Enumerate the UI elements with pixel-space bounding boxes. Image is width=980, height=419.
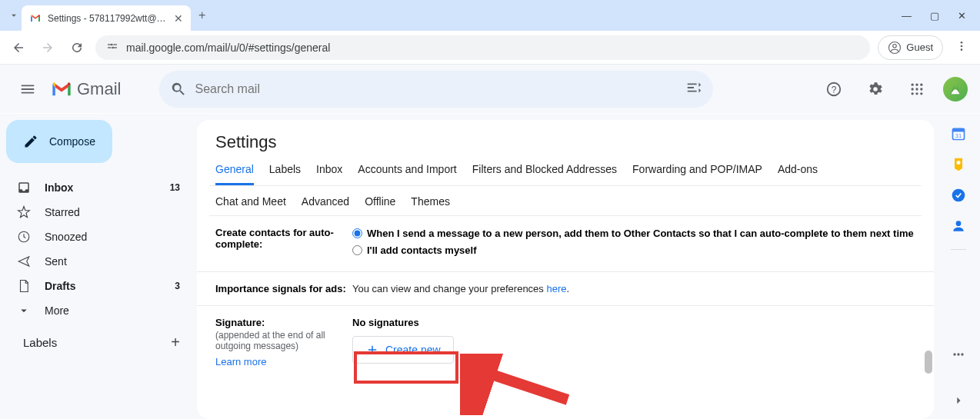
- svg-point-19: [912, 92, 914, 95]
- gmail-logo[interactable]: Gmail: [51, 79, 121, 99]
- draft-icon: [17, 279, 31, 293]
- url-bar[interactable]: mail.google.com/mail/u/0/#settings/gener…: [95, 35, 870, 60]
- search-options-button[interactable]: [685, 79, 702, 99]
- svg-point-26: [957, 161, 961, 165]
- browser-tab[interactable]: Settings - 578117992wtt@gm ✕: [22, 5, 191, 31]
- sidebar-item-label: Sent: [45, 255, 67, 268]
- tab-inbox[interactable]: Inbox: [316, 163, 342, 185]
- guest-profile-chip[interactable]: Guest: [878, 35, 943, 60]
- tab-forwarding[interactable]: Forwarding and POP/IMAP: [632, 163, 762, 185]
- tab-themes[interactable]: Themes: [411, 195, 450, 215]
- apps-button[interactable]: [902, 74, 932, 105]
- svg-rect-3: [113, 47, 117, 48]
- svg-point-8: [961, 42, 963, 44]
- plus-icon: [365, 343, 379, 357]
- add-label-button[interactable]: +: [171, 334, 180, 351]
- search-input[interactable]: [195, 82, 685, 96]
- side-panel-more: [951, 347, 966, 365]
- sidebar-item-label: Starred: [45, 206, 80, 218]
- tab-general[interactable]: General: [215, 163, 254, 185]
- compose-button[interactable]: Compose: [6, 120, 112, 163]
- search-bar[interactable]: [159, 71, 713, 108]
- settings-tabs: General Labels Inbox Accounts and Import…: [197, 163, 934, 185]
- tab-chat[interactable]: Chat and Meet: [215, 195, 286, 215]
- sidebar-item-starred[interactable]: Starred: [0, 200, 191, 224]
- contacts-radio-manual[interactable]: [352, 245, 362, 255]
- ads-here-link[interactable]: here: [546, 283, 566, 294]
- tab-list-dropdown[interactable]: [6, 8, 22, 23]
- tab-close-icon[interactable]: ✕: [174, 12, 183, 25]
- send-icon: [17, 254, 31, 268]
- svg-point-7: [893, 44, 897, 48]
- guest-icon: [888, 41, 902, 55]
- more-horizontal-icon[interactable]: [951, 347, 966, 362]
- setting-contacts: Create contacts for auto-complete: When …: [197, 216, 934, 272]
- sidebar-item-label: Snoozed: [45, 231, 87, 243]
- side-panel-expand-button[interactable]: [951, 393, 966, 411]
- settings-panel: Settings General Labels Inbox Accounts a…: [197, 120, 934, 419]
- close-window-button[interactable]: ✕: [958, 10, 966, 22]
- sidebar-item-count: 13: [170, 182, 180, 193]
- maximize-button[interactable]: ▢: [930, 10, 939, 22]
- setting-ads: Importance signals for ads: You can view…: [197, 272, 934, 306]
- browser-menu-button[interactable]: [951, 40, 972, 55]
- contacts-opt-auto[interactable]: When I send a message to a new person, a…: [352, 227, 915, 241]
- tab-offline[interactable]: Offline: [365, 195, 395, 215]
- back-button[interactable]: [8, 37, 29, 58]
- sidebar-item-snoozed[interactable]: Snoozed: [0, 224, 191, 249]
- sidebar-item-label: More: [45, 304, 69, 317]
- calendar-icon[interactable]: 31: [951, 126, 966, 141]
- svg-point-31: [961, 353, 963, 355]
- tab-accounts[interactable]: Accounts and Import: [358, 163, 456, 185]
- svg-rect-0: [108, 44, 112, 45]
- svg-rect-2: [108, 47, 112, 48]
- svg-point-16: [912, 88, 914, 90]
- tab-addons[interactable]: Add-ons: [778, 163, 818, 185]
- star-icon: [17, 205, 31, 219]
- signature-learn-more-link[interactable]: Learn more: [215, 356, 346, 367]
- labels-header: Labels +: [6, 323, 191, 351]
- svg-rect-24: [953, 128, 965, 131]
- sidebar-item-inbox[interactable]: Inbox 13: [0, 175, 191, 200]
- account-avatar[interactable]: [943, 77, 968, 101]
- svg-point-27: [952, 189, 965, 202]
- tab-labels[interactable]: Labels: [269, 163, 301, 185]
- scrollbar-thumb[interactable]: [925, 351, 932, 374]
- sidebar-item-drafts[interactable]: Drafts 3: [0, 274, 191, 298]
- contacts-opt-manual[interactable]: I'll add contacts myself: [352, 244, 915, 258]
- no-signatures-text: No signatures: [352, 317, 419, 328]
- forward-button[interactable]: [37, 37, 58, 58]
- svg-point-15: [920, 83, 922, 85]
- create-new-label: Create new: [385, 344, 441, 356]
- tasks-icon[interactable]: [951, 188, 966, 203]
- main-menu-button[interactable]: [12, 74, 43, 105]
- settings-tabs-row2: Chat and Meet Advanced Offline Themes: [197, 186, 934, 215]
- settings-title: Settings: [197, 132, 934, 163]
- sidebar-item-more[interactable]: More: [0, 298, 191, 323]
- tab-title: Settings - 578117992wtt@gm: [48, 13, 168, 24]
- svg-point-17: [915, 88, 918, 90]
- svg-point-30: [957, 353, 959, 355]
- contacts-icon[interactable]: [951, 218, 966, 234]
- side-panel: 31: [937, 114, 980, 419]
- contacts-radio-auto[interactable]: [352, 228, 362, 238]
- sidebar: Compose Inbox 13 Starred Snoozed Sent Dr…: [0, 114, 197, 419]
- tab-filters[interactable]: Filters and Blocked Addresses: [472, 163, 617, 185]
- help-button[interactable]: ?: [818, 74, 849, 105]
- gmail-logo-text: Gmail: [77, 79, 121, 99]
- pencil-icon: [23, 134, 38, 149]
- keep-icon[interactable]: [951, 157, 966, 172]
- minimize-button[interactable]: —: [902, 10, 912, 22]
- svg-point-10: [961, 48, 963, 51]
- create-new-signature-button[interactable]: Create new: [352, 336, 454, 364]
- setting-signature: Signature: (appended at the end of all o…: [197, 306, 934, 378]
- svg-point-21: [920, 92, 922, 95]
- sidebar-item-sent[interactable]: Sent: [0, 249, 191, 274]
- new-tab-button[interactable]: +: [198, 8, 205, 22]
- reload-button[interactable]: [66, 37, 88, 58]
- gmail-logo-icon: [51, 81, 72, 98]
- tab-advanced[interactable]: Advanced: [302, 195, 349, 215]
- compose-label: Compose: [49, 135, 95, 148]
- svg-point-13: [912, 83, 914, 85]
- settings-button[interactable]: [860, 74, 891, 105]
